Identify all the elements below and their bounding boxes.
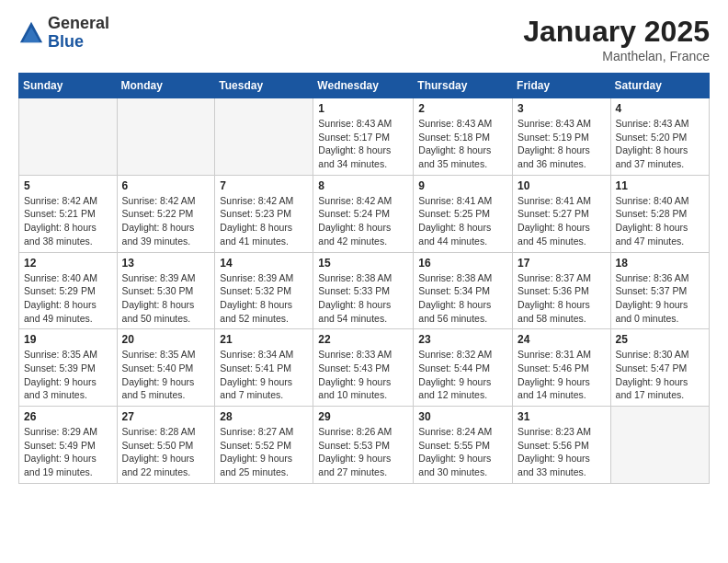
col-wednesday: Wednesday — [313, 74, 414, 98]
logo: General Blue — [18, 15, 109, 52]
calendar-cell: 23Sunrise: 8:32 AMSunset: 5:44 PMDayligh… — [414, 329, 513, 407]
calendar-cell: 28Sunrise: 8:27 AMSunset: 5:52 PMDayligh… — [215, 407, 313, 484]
day-number: 31 — [518, 410, 606, 423]
day-number: 22 — [318, 333, 408, 346]
calendar-cell: 14Sunrise: 8:39 AMSunset: 5:32 PMDayligh… — [215, 252, 313, 329]
day-number: 11 — [616, 179, 704, 192]
day-info: Sunrise: 8:27 AMSunset: 5:52 PMDaylight:… — [220, 425, 308, 479]
day-number: 26 — [24, 410, 112, 423]
calendar-cell: 10Sunrise: 8:41 AMSunset: 5:27 PMDayligh… — [513, 175, 611, 252]
day-info: Sunrise: 8:38 AMSunset: 5:34 PMDaylight:… — [418, 271, 507, 326]
col-monday: Monday — [117, 74, 215, 98]
day-number: 10 — [518, 179, 606, 192]
title-section: January 2025 Manthelan, France — [523, 15, 710, 63]
col-sunday: Sunday — [19, 74, 118, 98]
calendar-cell: 8Sunrise: 8:42 AMSunset: 5:24 PMDaylight… — [313, 175, 414, 252]
week-row-2: 12Sunrise: 8:40 AMSunset: 5:29 PMDayligh… — [19, 252, 710, 329]
logo-general: General — [48, 15, 109, 33]
calendar-cell: 26Sunrise: 8:29 AMSunset: 5:49 PMDayligh… — [19, 407, 118, 484]
day-info: Sunrise: 8:23 AMSunset: 5:56 PMDaylight:… — [518, 425, 606, 479]
calendar-cell: 3Sunrise: 8:43 AMSunset: 5:19 PMDaylight… — [513, 98, 611, 176]
day-info: Sunrise: 8:37 AMSunset: 5:36 PMDaylight:… — [518, 271, 606, 326]
day-info: Sunrise: 8:40 AMSunset: 5:28 PMDaylight:… — [616, 194, 704, 248]
day-number: 15 — [318, 257, 408, 270]
day-number: 1 — [318, 102, 408, 115]
col-thursday: Thursday — [414, 74, 513, 98]
day-info: Sunrise: 8:30 AMSunset: 5:47 PMDaylight:… — [616, 348, 704, 402]
week-row-3: 19Sunrise: 8:35 AMSunset: 5:39 PMDayligh… — [19, 329, 710, 407]
day-info: Sunrise: 8:40 AMSunset: 5:29 PMDaylight:… — [24, 271, 112, 326]
day-number: 5 — [24, 179, 112, 192]
day-info: Sunrise: 8:43 AMSunset: 5:19 PMDaylight:… — [518, 117, 606, 171]
day-info: Sunrise: 8:38 AMSunset: 5:33 PMDaylight:… — [318, 271, 408, 326]
calendar-cell: 30Sunrise: 8:24 AMSunset: 5:55 PMDayligh… — [414, 407, 513, 484]
day-info: Sunrise: 8:35 AMSunset: 5:39 PMDaylight:… — [24, 348, 112, 402]
day-info: Sunrise: 8:26 AMSunset: 5:53 PMDaylight:… — [318, 425, 408, 479]
calendar-cell: 24Sunrise: 8:31 AMSunset: 5:46 PMDayligh… — [513, 329, 611, 407]
day-number: 24 — [518, 333, 606, 346]
calendar-cell — [117, 98, 215, 176]
day-info: Sunrise: 8:36 AMSunset: 5:37 PMDaylight:… — [616, 271, 704, 326]
day-number: 20 — [122, 333, 210, 346]
calendar-cell: 21Sunrise: 8:34 AMSunset: 5:41 PMDayligh… — [215, 329, 313, 407]
day-info: Sunrise: 8:39 AMSunset: 5:30 PMDaylight:… — [122, 271, 210, 326]
day-info: Sunrise: 8:29 AMSunset: 5:49 PMDaylight:… — [24, 425, 112, 479]
calendar-cell: 16Sunrise: 8:38 AMSunset: 5:34 PMDayligh… — [414, 252, 513, 329]
calendar-cell: 19Sunrise: 8:35 AMSunset: 5:39 PMDayligh… — [19, 329, 118, 407]
day-info: Sunrise: 8:24 AMSunset: 5:55 PMDaylight:… — [418, 425, 507, 479]
day-info: Sunrise: 8:42 AMSunset: 5:24 PMDaylight:… — [318, 194, 408, 248]
day-number: 13 — [122, 257, 210, 270]
day-number: 25 — [616, 333, 704, 346]
calendar-cell: 29Sunrise: 8:26 AMSunset: 5:53 PMDayligh… — [313, 407, 414, 484]
week-row-0: 1Sunrise: 8:43 AMSunset: 5:17 PMDaylight… — [19, 98, 710, 176]
calendar-cell: 9Sunrise: 8:41 AMSunset: 5:25 PMDaylight… — [414, 175, 513, 252]
logo-blue: Blue — [48, 33, 109, 52]
header: General Blue January 2025 Manthelan, Fra… — [18, 15, 710, 63]
calendar-table: Sunday Monday Tuesday Wednesday Thursday… — [18, 73, 710, 484]
calendar-cell: 11Sunrise: 8:40 AMSunset: 5:28 PMDayligh… — [610, 175, 709, 252]
calendar-subtitle: Manthelan, France — [523, 49, 710, 63]
calendar-cell — [19, 98, 118, 176]
col-friday: Friday — [513, 74, 611, 98]
day-info: Sunrise: 8:42 AMSunset: 5:22 PMDaylight:… — [122, 194, 210, 248]
calendar-cell: 1Sunrise: 8:43 AMSunset: 5:17 PMDaylight… — [313, 98, 414, 176]
calendar-cell: 25Sunrise: 8:30 AMSunset: 5:47 PMDayligh… — [610, 329, 709, 407]
calendar-cell: 5Sunrise: 8:42 AMSunset: 5:21 PMDaylight… — [19, 175, 118, 252]
col-saturday: Saturday — [610, 74, 709, 98]
calendar-cell — [610, 407, 709, 484]
calendar-cell — [215, 98, 313, 176]
day-info: Sunrise: 8:41 AMSunset: 5:25 PMDaylight:… — [418, 194, 507, 248]
day-number: 6 — [122, 179, 210, 192]
day-number: 12 — [24, 257, 112, 270]
day-number: 30 — [418, 410, 507, 423]
day-info: Sunrise: 8:33 AMSunset: 5:43 PMDaylight:… — [318, 348, 408, 402]
day-info: Sunrise: 8:43 AMSunset: 5:18 PMDaylight:… — [418, 117, 507, 171]
day-info: Sunrise: 8:42 AMSunset: 5:23 PMDaylight:… — [220, 194, 308, 248]
calendar-cell: 22Sunrise: 8:33 AMSunset: 5:43 PMDayligh… — [313, 329, 414, 407]
day-info: Sunrise: 8:31 AMSunset: 5:46 PMDaylight:… — [518, 348, 606, 402]
calendar-header: Sunday Monday Tuesday Wednesday Thursday… — [19, 74, 710, 98]
calendar-cell: 17Sunrise: 8:37 AMSunset: 5:36 PMDayligh… — [513, 252, 611, 329]
week-row-1: 5Sunrise: 8:42 AMSunset: 5:21 PMDaylight… — [19, 175, 710, 252]
week-row-4: 26Sunrise: 8:29 AMSunset: 5:49 PMDayligh… — [19, 407, 710, 484]
day-info: Sunrise: 8:32 AMSunset: 5:44 PMDaylight:… — [418, 348, 507, 402]
day-info: Sunrise: 8:43 AMSunset: 5:20 PMDaylight:… — [616, 117, 704, 171]
col-tuesday: Tuesday — [215, 74, 313, 98]
day-number: 4 — [616, 102, 704, 115]
day-number: 8 — [318, 179, 408, 192]
day-info: Sunrise: 8:42 AMSunset: 5:21 PMDaylight:… — [24, 194, 112, 248]
calendar-cell: 7Sunrise: 8:42 AMSunset: 5:23 PMDaylight… — [215, 175, 313, 252]
day-number: 2 — [418, 102, 507, 115]
calendar-body: 1Sunrise: 8:43 AMSunset: 5:17 PMDaylight… — [19, 98, 710, 484]
calendar-cell: 2Sunrise: 8:43 AMSunset: 5:18 PMDaylight… — [414, 98, 513, 176]
header-row: Sunday Monday Tuesday Wednesday Thursday… — [19, 74, 710, 98]
day-info: Sunrise: 8:41 AMSunset: 5:27 PMDaylight:… — [518, 194, 606, 248]
calendar-cell: 12Sunrise: 8:40 AMSunset: 5:29 PMDayligh… — [19, 252, 118, 329]
day-info: Sunrise: 8:35 AMSunset: 5:40 PMDaylight:… — [122, 348, 210, 402]
day-number: 7 — [220, 179, 308, 192]
day-number: 18 — [616, 257, 704, 270]
day-number: 27 — [122, 410, 210, 423]
day-number: 9 — [418, 179, 507, 192]
day-number: 3 — [518, 102, 606, 115]
day-number: 23 — [418, 333, 507, 346]
